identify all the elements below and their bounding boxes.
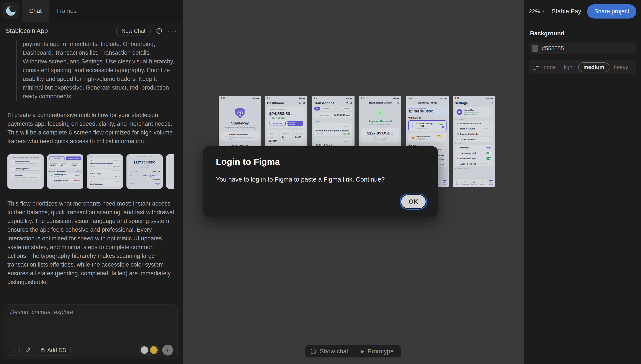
color-hex-value[interactable]: #555555 [542,45,564,52]
status-icons [486,98,493,100]
more-options-icon[interactable]: ··· [168,26,177,35]
ok-button[interactable]: OK [401,195,426,208]
settings-row-payment[interactable]: ▤Payment Methods› [455,131,493,136]
mode-dot-yellow[interactable] [150,346,158,354]
project-title[interactable]: Stable Pay... [552,8,585,15]
settings-row-sessions[interactable]: Active Sessions3 devices› [455,161,493,166]
prototype-button[interactable]: ▶ Prototype [354,345,402,358]
settings-row-pin[interactable]: ▪PIN CodeChange [455,145,493,150]
app-logo [2,2,20,20]
nav-transactions[interactable]: ≡Transactions [461,179,470,187]
settings-row-business[interactable]: ▦Business Information› [455,121,493,126]
dim-option-light[interactable]: light [560,63,578,72]
design-canvas[interactable]: 9:41 S StablePay Accept stablecoin payme… [183,0,524,364]
share-project-button[interactable]: Share project [587,4,636,18]
moon-logo-icon [6,6,16,16]
dim-option-heavy[interactable]: heavy [610,63,632,72]
preferences-section-label: PREFERENCES [455,168,492,169]
background-color-input[interactable]: #555555 [529,42,636,54]
stats-row: Today's Volume$8,450+12% Transactions47+… [267,130,305,146]
nav-scan-qr[interactable]: ▦Scan QR [470,179,478,187]
zoom-control[interactable]: 22% ▾ [529,8,544,15]
thumbnail-partial[interactable] [166,154,174,189]
screen-title: Settings [455,101,490,105]
status-bar: 9:41 [452,96,495,101]
dim-option-none[interactable]: none [540,63,560,72]
chip-this-week[interactable]: This Week [354,106,354,110]
profile-card[interactable]: JD John Doe john@merchant.com ● Verified… [455,107,493,117]
nav-profile[interactable]: ♟Profile [487,179,495,187]
nav-analytics[interactable]: ↗Analytics [478,179,487,187]
attach-button[interactable]: + [9,344,20,356]
plus-icon: + [316,125,320,128]
chip-received[interactable]: Received [321,106,332,110]
filter-icon[interactable] [346,102,348,104]
app-logo-button[interactable] [0,0,22,22]
destination-bank[interactable]: ⌂ Chase Checking ••••4829Primary Account… [408,120,446,131]
lightning-icon: ⚡ [223,134,228,139]
person-icon: ♟ [490,181,492,184]
thumb-caption: Accept stablecoin payments instantly [8,156,44,158]
show-chat-button[interactable]: Show chat [305,345,353,358]
share-icon[interactable] [397,101,399,104]
security-section-label: SECURITY [455,143,492,144]
thumbnail-dashboard[interactable]: Withdraw Request Payment Today's Volume$… [47,154,83,189]
transaction-card[interactable]: +TXN-48291 ▫ Premium Subscription Paymen… [314,123,352,136]
status-icons [440,98,446,100]
success-check-icon: ✓ [376,108,385,118]
amount-card: $127.85 USDC ≈ $127.85 USD at time of pa… [362,128,399,143]
mode-toggle[interactable] [139,344,160,356]
settings-row-tax[interactable]: ≡Tax Documents› [455,136,493,142]
chip-pending[interactable]: Pending [342,106,352,110]
new-chat-button[interactable]: New Chat [116,26,151,36]
color-swatch[interactable] [532,45,538,52]
play-icon: ▶ [361,348,364,354]
settings-row-bank[interactable]: ⌂Bank Accounts2 linked› [455,126,493,131]
history-icon[interactable] [156,27,163,34]
settings-row-2fa[interactable]: ◐Two-Factor Auth [455,150,493,156]
tab-frames[interactable]: Frames [49,0,84,22]
change-link[interactable]: Change [485,147,491,149]
bank-icon: ⌂ [410,124,415,128]
background-dim-control: none light medium heavy [529,60,636,74]
draw-button[interactable] [22,344,33,356]
thumb-transaction: ●TXN-48289 Bank Withdrawal [89,179,121,186]
send-button[interactable]: ↑ [162,344,173,356]
gear-icon[interactable]: ⚙ [303,102,305,104]
toggle-on[interactable] [486,152,491,154]
chip-sent[interactable]: Sent [333,106,341,110]
nav-profile[interactable]: ♟Profile [440,179,449,187]
toggle-on[interactable] [486,157,491,160]
nav-home[interactable]: ⌂Home [452,179,461,187]
back-icon[interactable]: ← [408,101,411,104]
tab-chat[interactable]: Chat [22,0,49,22]
status-bar: 9:41 [312,96,354,101]
search-icon[interactable] [350,102,352,104]
thumb-request-button: Request Payment [66,156,81,160]
thumbnail-onboarding[interactable]: Accept stablecoin payments instantly ⚡ I… [8,154,44,189]
screen-title: Transactions [314,101,344,105]
chip-all[interactable]: All [314,106,320,110]
status-icons [252,98,259,100]
account-section-label: ACCOUNT [455,119,492,120]
mode-dot-gray[interactable] [141,346,148,354]
request-payment-button[interactable]: Request Payment [287,121,303,126]
withdraw-button[interactable]: Withdraw [269,121,286,126]
settings-row-biometric[interactable]: ◉Biometric Login [455,156,493,161]
thumb-feature: % Low Fees0.5% per transaction, no hidde… [10,174,42,179]
app-name: StablePay [219,121,261,126]
plus-icon: + [90,170,93,172]
bell-icon[interactable] [299,102,302,104]
thumbnail-transactions[interactable]: Today +TXN-48291 Premium Subscription Pa… [87,154,123,189]
thumbnail-transaction-details[interactable]: March 18, 2024 at 2:34 PM $127.85 USDC ≈… [126,154,163,189]
destination-wallet[interactable]: ▤ External Wallet0x742d...9f3a 1-2 hours [408,133,446,142]
add-ds-button[interactable]: Add DS [36,344,71,356]
chevron-right-icon: › [490,111,491,113]
frame-settings[interactable]: 9:41 Settings × JD John Doe john@merchan… [452,96,495,187]
close-icon[interactable]: × [492,102,493,104]
chat-input[interactable] [10,309,172,335]
back-icon[interactable]: ← [361,101,364,104]
security-group: ▪PIN CodeChange ◐Two-Factor Auth ◉Biomet… [455,145,493,166]
dim-option-medium[interactable]: medium [578,62,610,72]
section-label: Today [314,120,352,122]
